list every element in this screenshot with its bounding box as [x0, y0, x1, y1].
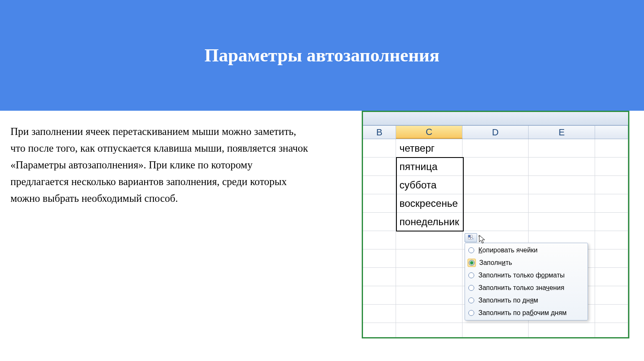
menu-item[interactable]: Заполнить по рабочим дням: [466, 307, 587, 319]
radio-icon: [468, 272, 474, 278]
menu-item-label: Заполнить по рабочим дням: [478, 309, 567, 317]
radio-icon: [468, 285, 474, 291]
cell[interactable]: [529, 194, 595, 213]
cell[interactable]: [463, 213, 529, 231]
cell[interactable]: [595, 268, 628, 286]
cell[interactable]: [463, 139, 529, 158]
cell[interactable]: [396, 323, 462, 338]
cell[interactable]: [463, 323, 529, 338]
cell[interactable]: [363, 268, 396, 286]
col-header-extra[interactable]: [595, 126, 628, 139]
cell[interactable]: [363, 231, 396, 249]
menu-item-label: Заполнить по дням: [478, 297, 538, 304]
svg-rect-1: [468, 237, 470, 239]
autofill-icon: +: [468, 235, 474, 241]
cell[interactable]: четверг: [396, 139, 462, 158]
svg-text:+: +: [473, 238, 474, 240]
slide-title: Параметры автозаполнения: [204, 45, 440, 66]
cell[interactable]: понедельник: [396, 213, 462, 231]
menu-item[interactable]: Заполнить только значения: [466, 282, 587, 294]
cell[interactable]: [529, 139, 595, 158]
cell[interactable]: [595, 139, 628, 158]
cell[interactable]: воскресенье: [396, 194, 462, 213]
cell[interactable]: [363, 323, 396, 338]
cell[interactable]: [363, 249, 396, 268]
col-header-e[interactable]: E: [529, 126, 595, 139]
cell[interactable]: [595, 249, 628, 268]
cell[interactable]: [396, 249, 462, 268]
cell[interactable]: [529, 158, 595, 176]
cell[interactable]: [396, 231, 462, 249]
cell[interactable]: [363, 194, 396, 213]
menu-item[interactable]: Заполнить: [466, 257, 587, 269]
formula-bar-area: [363, 112, 628, 126]
cell[interactable]: [463, 158, 529, 176]
excel-screenshot: B C D E четверг пятница с: [362, 111, 629, 338]
cell[interactable]: [363, 286, 396, 305]
cell[interactable]: [529, 176, 595, 194]
svg-rect-2: [470, 235, 472, 237]
cell[interactable]: [463, 194, 529, 213]
cell[interactable]: [396, 286, 462, 305]
menu-item[interactable]: Копировать ячейки: [466, 244, 587, 257]
cell[interactable]: [463, 176, 529, 194]
menu-item-label: Заполнить: [479, 259, 512, 267]
cell[interactable]: [363, 139, 396, 158]
autofill-options-button[interactable]: + ▾: [465, 233, 477, 242]
cell[interactable]: [396, 268, 462, 286]
menu-item[interactable]: Заполнить по дням: [466, 294, 587, 307]
radio-icon: [468, 310, 474, 316]
cell[interactable]: [595, 176, 628, 194]
cell[interactable]: суббота: [396, 176, 462, 194]
slide-header: Параметры автозаполнения: [0, 0, 644, 111]
column-headers: B C D E: [363, 126, 628, 139]
cell[interactable]: [595, 286, 628, 305]
cell[interactable]: [396, 305, 462, 323]
radio-icon: [469, 260, 475, 266]
menu-item-label: Заполнить только значения: [478, 284, 564, 292]
menu-item[interactable]: Заполнить только форматы: [466, 269, 587, 282]
col-header-d[interactable]: D: [463, 126, 529, 139]
cell[interactable]: [363, 213, 396, 231]
cell[interactable]: [595, 194, 628, 213]
menu-item-label: Копировать ячейки: [478, 247, 537, 254]
cell[interactable]: пятница: [396, 158, 462, 176]
cell[interactable]: [595, 305, 628, 323]
cell[interactable]: [595, 158, 628, 176]
cell[interactable]: [595, 323, 628, 338]
col-header-c[interactable]: C: [396, 126, 463, 139]
menu-item-label: Заполнить только форматы: [478, 272, 565, 279]
cell[interactable]: [529, 323, 595, 338]
col-header-b[interactable]: B: [363, 126, 396, 139]
cell[interactable]: [363, 305, 396, 323]
autofill-options-menu: Копировать ячейкиЗаполнитьЗаполнить толь…: [465, 243, 588, 320]
spreadsheet-grid[interactable]: четверг пятница суббота во: [363, 139, 628, 338]
radio-icon: [468, 297, 474, 303]
cell[interactable]: [595, 231, 628, 249]
svg-rect-0: [468, 235, 470, 237]
radio-icon: [468, 247, 474, 253]
cell[interactable]: [363, 176, 396, 194]
cursor-icon: [478, 234, 486, 244]
cell[interactable]: [363, 158, 396, 176]
description-text: При заполнении ячеек перетаскиванием мыш…: [10, 123, 312, 207]
cell[interactable]: [529, 213, 595, 231]
cell[interactable]: [595, 213, 628, 231]
